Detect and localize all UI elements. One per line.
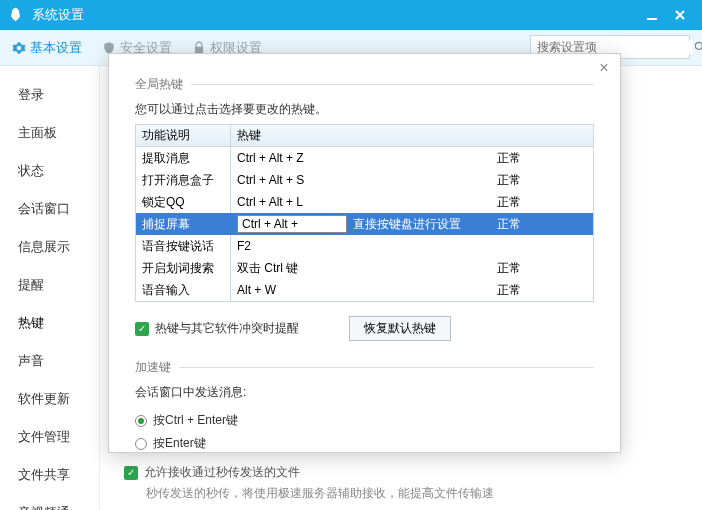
hotkey-row[interactable]: 开启划词搜索双击 Ctrl 键正常 — [136, 257, 593, 279]
hotkey-row[interactable]: 语音输入Alt + W正常 — [136, 279, 593, 301]
divider — [179, 367, 594, 368]
hotkey-name: 开启划词搜索 — [136, 257, 231, 279]
modal-close-button[interactable]: × — [594, 58, 614, 78]
hotkey-row[interactable]: 打开消息盒子Ctrl + Alt + S正常 — [136, 169, 593, 191]
section-global-hotkey: 全局热键 — [135, 76, 183, 93]
hotkey-key: 直接按键盘进行设置 — [231, 213, 491, 235]
col-hotkey: 热键 — [231, 125, 491, 146]
hotkey-key: Ctrl + Alt + Z — [231, 147, 491, 169]
hotkey-status — [491, 235, 581, 257]
hotkey-status: 正常 — [491, 169, 581, 191]
check-icon: ✓ — [135, 322, 149, 336]
hotkey-name: 捕捉屏幕 — [136, 213, 231, 235]
hotkey-key: Ctrl + Alt + L — [231, 191, 491, 213]
radio-icon — [135, 415, 147, 427]
hotkey-input[interactable] — [237, 215, 347, 233]
hotkey-modal: × 全局热键 您可以通过点击选择要更改的热键。 功能说明 热键 提取消息Ctrl… — [108, 53, 621, 453]
radio-ctrl-enter[interactable]: 按Ctrl + Enter键 — [135, 409, 594, 432]
conflict-reminder-checkbox[interactable]: ✓ 热键与其它软件冲突时提醒 — [135, 320, 299, 337]
hotkey-row[interactable]: 捕捉屏幕直接按键盘进行设置正常 — [136, 213, 593, 235]
col-function: 功能说明 — [136, 125, 231, 146]
hotkey-status: 正常 — [491, 213, 581, 235]
hotkey-row[interactable]: 提取消息Ctrl + Alt + Z正常 — [136, 147, 593, 169]
conflict-label: 热键与其它软件冲突时提醒 — [155, 320, 299, 337]
reset-hotkeys-button[interactable]: 恢复默认热键 — [349, 316, 451, 341]
hotkey-name: 提取消息 — [136, 147, 231, 169]
col-status — [491, 125, 581, 146]
hotkey-row[interactable]: 锁定QQCtrl + Alt + L正常 — [136, 191, 593, 213]
hotkey-name: 打开消息盒子 — [136, 169, 231, 191]
hotkey-row[interactable]: 语音按键说话F2 — [136, 235, 593, 257]
hotkey-name: 语音输入 — [136, 279, 231, 301]
hotkey-status: 正常 — [491, 257, 581, 279]
hotkey-status: 正常 — [491, 147, 581, 169]
hotkey-status: 正常 — [491, 279, 581, 301]
hotkey-name: 语音按键说话 — [136, 235, 231, 257]
section-accelerator: 加速键 — [135, 359, 171, 376]
hotkey-key: Ctrl + Alt + S — [231, 169, 491, 191]
hotkey-table: 功能说明 热键 提取消息Ctrl + Alt + Z正常打开消息盒子Ctrl +… — [135, 124, 594, 302]
hotkey-edit-hint: 直接按键盘进行设置 — [353, 216, 461, 233]
hotkey-key: 双击 Ctrl 键 — [231, 257, 491, 279]
hotkey-hint: 您可以通过点击选择要更改的热键。 — [135, 101, 594, 118]
hotkey-key: Alt + W — [231, 279, 491, 301]
table-header: 功能说明 热键 — [136, 125, 593, 147]
radio-icon — [135, 438, 147, 450]
radio-label: 按Enter键 — [153, 435, 206, 452]
hotkey-key: F2 — [231, 235, 491, 257]
hotkey-name: 锁定QQ — [136, 191, 231, 213]
divider — [191, 84, 594, 85]
hotkey-status: 正常 — [491, 191, 581, 213]
radio-label: 按Ctrl + Enter键 — [153, 412, 238, 429]
modal-mask: × 全局热键 您可以通过点击选择要更改的热键。 功能说明 热键 提取消息Ctrl… — [0, 0, 702, 510]
send-message-label: 会话窗口中发送消息: — [135, 384, 594, 401]
radio-enter[interactable]: 按Enter键 — [135, 432, 594, 455]
